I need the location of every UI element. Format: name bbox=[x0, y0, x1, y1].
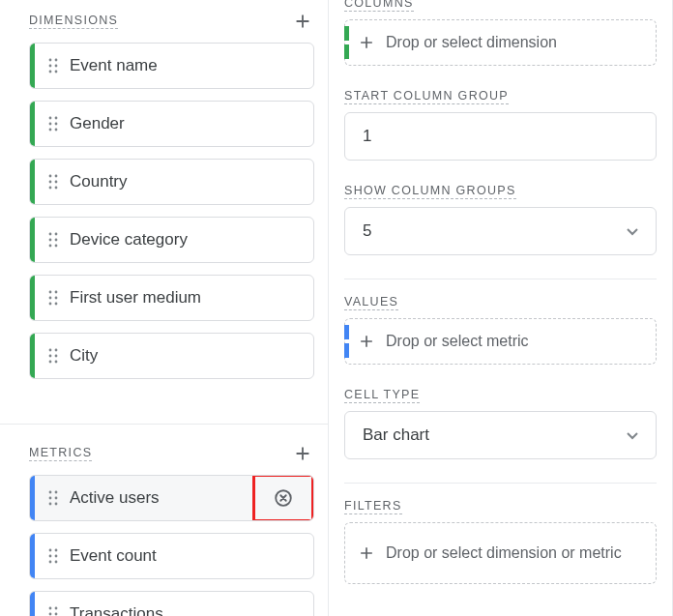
dimension-stripe bbox=[30, 160, 35, 204]
columns-section: COLUMNS Drop or select dimension bbox=[344, 0, 657, 66]
values-drop-zone[interactable]: Drop or select metric bbox=[344, 318, 657, 365]
svg-point-34 bbox=[49, 361, 52, 364]
dimension-label: City bbox=[70, 346, 313, 366]
drag-handle-icon[interactable] bbox=[46, 548, 60, 564]
svg-point-23 bbox=[55, 245, 58, 248]
drag-handle-icon[interactable] bbox=[46, 490, 60, 506]
svg-point-10 bbox=[49, 129, 52, 132]
plus-icon bbox=[357, 33, 376, 52]
dimension-pill[interactable]: Device category bbox=[29, 217, 314, 263]
show-column-groups-value: 5 bbox=[363, 221, 371, 241]
metrics-title: METRICS bbox=[29, 446, 92, 461]
columns-drop-zone[interactable]: Drop or select dimension bbox=[344, 19, 657, 66]
metric-stripe bbox=[30, 534, 35, 578]
cell-type-section: CELL TYPE Bar chart bbox=[344, 388, 657, 459]
dimension-pill[interactable]: First user medium bbox=[29, 275, 314, 321]
metric-label: Transactions bbox=[70, 604, 313, 616]
close-circle-icon bbox=[273, 487, 294, 509]
svg-point-45 bbox=[49, 555, 52, 558]
svg-point-27 bbox=[55, 297, 58, 300]
start-column-group-input[interactable]: 1 bbox=[344, 112, 657, 161]
drag-handle-icon[interactable] bbox=[46, 116, 60, 132]
plus-icon bbox=[292, 11, 313, 32]
filters-drop-zone[interactable]: Drop or select dimension or metric bbox=[344, 522, 657, 584]
svg-point-35 bbox=[55, 361, 58, 364]
svg-point-25 bbox=[55, 291, 58, 294]
remove-metric-button[interactable] bbox=[273, 487, 294, 509]
values-section: VALUES Drop or select metric bbox=[344, 295, 657, 365]
svg-point-30 bbox=[49, 349, 52, 352]
metric-stripe-icon bbox=[344, 325, 349, 358]
svg-point-4 bbox=[49, 71, 52, 73]
chevron-down-icon bbox=[627, 425, 638, 445]
svg-point-37 bbox=[55, 491, 58, 494]
dimension-stripe bbox=[30, 334, 35, 378]
svg-point-51 bbox=[49, 613, 52, 616]
metric-stripe bbox=[30, 592, 35, 616]
filters-section: FILTERS Drop or select dimension or metr… bbox=[344, 499, 657, 584]
dimension-pill[interactable]: Country bbox=[29, 159, 314, 205]
svg-point-32 bbox=[49, 355, 52, 358]
svg-point-47 bbox=[49, 561, 52, 564]
drag-handle-icon[interactable] bbox=[46, 606, 60, 616]
dimension-label: Device category bbox=[70, 230, 313, 249]
cell-type-title: CELL TYPE bbox=[344, 388, 420, 403]
chevron-down-icon bbox=[627, 221, 638, 241]
metric-pill[interactable]: Active users bbox=[29, 475, 314, 521]
svg-point-20 bbox=[49, 239, 52, 242]
drag-handle-icon[interactable] bbox=[46, 290, 60, 306]
dimension-stripe bbox=[30, 276, 35, 320]
svg-point-19 bbox=[55, 233, 58, 236]
svg-point-44 bbox=[55, 549, 58, 552]
dimension-stripe bbox=[30, 44, 35, 88]
drag-handle-icon[interactable] bbox=[46, 174, 60, 190]
dimension-label: Country bbox=[70, 172, 313, 191]
svg-point-38 bbox=[49, 497, 52, 500]
dimensions-section: DIMENSIONS Event name Gender Country Dev… bbox=[29, 4, 314, 400]
metric-label: Active users bbox=[70, 488, 252, 508]
dimensions-title: DIMENSIONS bbox=[29, 14, 118, 29]
drag-handle-icon[interactable] bbox=[46, 58, 60, 73]
add-dimension-button[interactable] bbox=[291, 10, 314, 33]
svg-point-12 bbox=[49, 175, 52, 178]
svg-point-11 bbox=[55, 129, 58, 132]
metrics-section: METRICS Active users Event count Transac… bbox=[0, 424, 328, 616]
start-column-group-section: START COLUMN GROUP 1 bbox=[344, 89, 657, 161]
show-column-groups-select[interactable]: 5 bbox=[344, 207, 657, 255]
svg-point-13 bbox=[55, 175, 58, 178]
svg-point-5 bbox=[55, 71, 58, 73]
svg-point-31 bbox=[55, 349, 58, 352]
dimension-pill[interactable]: City bbox=[29, 333, 314, 379]
svg-point-48 bbox=[55, 561, 58, 564]
metric-pill[interactable]: Transactions bbox=[29, 591, 314, 616]
dimension-pill[interactable]: Gender bbox=[29, 101, 314, 147]
plus-icon bbox=[357, 332, 376, 351]
drag-handle-icon[interactable] bbox=[46, 232, 60, 248]
svg-point-6 bbox=[49, 117, 52, 120]
cell-type-select[interactable]: Bar chart bbox=[344, 411, 657, 459]
dimension-stripe bbox=[30, 218, 35, 262]
show-column-groups-section: SHOW COLUMN GROUPS 5 bbox=[344, 184, 657, 255]
svg-point-39 bbox=[55, 497, 58, 500]
svg-point-28 bbox=[49, 303, 52, 306]
svg-point-14 bbox=[49, 181, 52, 184]
svg-point-22 bbox=[49, 245, 52, 248]
columns-title: COLUMNS bbox=[344, 0, 414, 12]
svg-point-18 bbox=[49, 233, 52, 236]
svg-point-3 bbox=[55, 65, 58, 68]
filters-drop-text: Drop or select dimension or metric bbox=[386, 544, 622, 562]
dimension-pill[interactable]: Event name bbox=[29, 43, 314, 89]
add-metric-button[interactable] bbox=[291, 442, 314, 465]
svg-point-29 bbox=[55, 303, 58, 306]
plus-icon bbox=[292, 443, 313, 464]
drag-handle-icon[interactable] bbox=[46, 348, 60, 364]
plus-icon bbox=[357, 543, 376, 563]
start-column-group-value: 1 bbox=[363, 127, 371, 146]
svg-point-0 bbox=[49, 59, 52, 62]
metric-pill[interactable]: Event count bbox=[29, 533, 314, 579]
cell-type-value: Bar chart bbox=[363, 425, 429, 445]
remove-highlight bbox=[252, 475, 314, 521]
filters-title: FILTERS bbox=[344, 499, 402, 514]
svg-point-8 bbox=[49, 123, 52, 126]
svg-point-40 bbox=[49, 503, 52, 506]
